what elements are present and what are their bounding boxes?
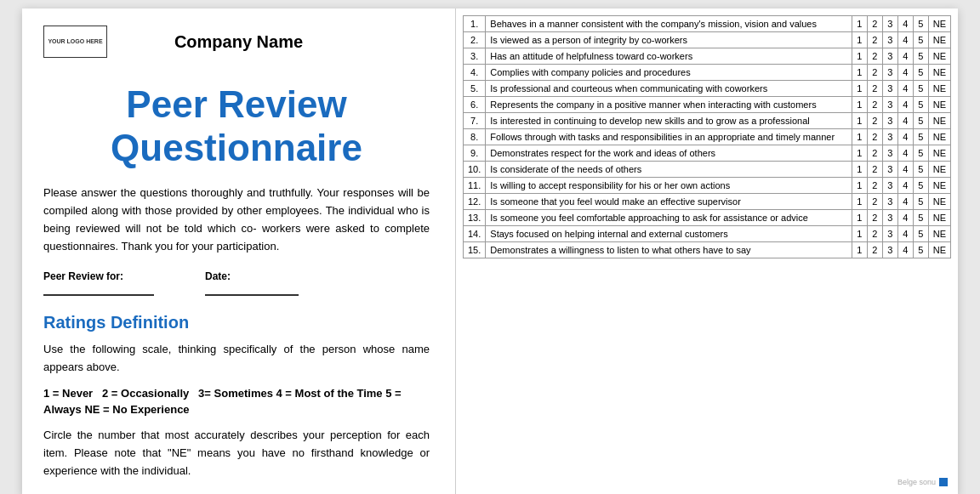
rating-option[interactable]: 5 (913, 129, 928, 145)
rating-option[interactable]: 3 (882, 65, 897, 81)
rating-option[interactable]: 5 (913, 48, 928, 65)
rating-option[interactable]: 2 (867, 81, 882, 97)
rating-option[interactable]: 3 (882, 242, 897, 258)
ne-option[interactable]: NE (928, 242, 950, 258)
rating-option[interactable]: 3 (882, 16, 897, 32)
rating-option[interactable]: 3 (882, 178, 897, 194)
rating-option[interactable]: 4 (897, 162, 913, 178)
rating-option[interactable]: 3 (882, 162, 897, 178)
rating-option[interactable]: 3 (882, 113, 897, 129)
rating-option[interactable]: 1 (852, 129, 867, 145)
rating-option[interactable]: 5 (913, 16, 928, 32)
ne-option[interactable]: NE (928, 210, 950, 226)
rating-option[interactable]: 2 (867, 129, 882, 145)
rating-option[interactable]: 1 (852, 145, 867, 162)
question-text: Is someone you feel comfortable approach… (486, 210, 852, 226)
rating-option[interactable]: 1 (852, 178, 867, 194)
rating-option[interactable]: 1 (852, 226, 867, 242)
main-title: Peer Review Questionnaire (43, 83, 430, 169)
rating-option[interactable]: 5 (913, 242, 928, 258)
rating-option[interactable]: 2 (867, 162, 882, 178)
ne-option[interactable]: NE (928, 32, 950, 48)
rating-option[interactable]: 5 (913, 81, 928, 97)
ne-option[interactable]: NE (928, 162, 950, 178)
rating-option[interactable]: 2 (867, 242, 882, 258)
ne-option[interactable]: NE (928, 65, 950, 81)
peer-review-field: Peer Review for: (43, 270, 154, 296)
date-input[interactable] (205, 284, 299, 296)
rating-option[interactable]: 2 (867, 32, 882, 48)
rating-option[interactable]: 4 (897, 48, 913, 65)
rating-option[interactable]: 2 (867, 145, 882, 162)
rating-option[interactable]: 2 (867, 113, 882, 129)
ne-option[interactable]: NE (928, 129, 950, 145)
rating-option[interactable]: 5 (913, 162, 928, 178)
rating-option[interactable]: 4 (897, 65, 913, 81)
peer-review-input[interactable] (43, 284, 154, 296)
rating-option[interactable]: 2 (867, 16, 882, 32)
rating-option[interactable]: 5 (913, 194, 928, 210)
rating-option[interactable]: 4 (897, 145, 913, 162)
rating-option[interactable]: 5 (913, 145, 928, 162)
ne-option[interactable]: NE (928, 16, 950, 32)
rating-option[interactable]: 1 (852, 162, 867, 178)
rating-option[interactable]: 1 (852, 194, 867, 210)
ne-option[interactable]: NE (928, 97, 950, 113)
rating-option[interactable]: 4 (897, 194, 913, 210)
ne-option[interactable]: NE (928, 145, 950, 162)
rating-option[interactable]: 2 (867, 48, 882, 65)
rating-option[interactable]: 4 (897, 113, 913, 129)
ne-option[interactable]: NE (928, 81, 950, 97)
rating-option[interactable]: 5 (913, 226, 928, 242)
table-row: 7.Is interested in continuing to develop… (464, 113, 951, 129)
rating-option[interactable]: 4 (897, 129, 913, 145)
table-row: 13.Is someone you feel comfortable appro… (464, 210, 951, 226)
ne-option[interactable]: NE (928, 48, 950, 65)
rating-option[interactable]: 1 (852, 81, 867, 97)
rating-option[interactable]: 1 (852, 113, 867, 129)
rating-option[interactable]: 2 (867, 178, 882, 194)
rating-option[interactable]: 3 (882, 32, 897, 48)
rating-option[interactable]: 2 (867, 97, 882, 113)
rating-option[interactable]: 2 (867, 65, 882, 81)
rating-option[interactable]: 3 (882, 210, 897, 226)
rating-option[interactable]: 3 (882, 226, 897, 242)
rating-option[interactable]: 1 (852, 48, 867, 65)
rating-option[interactable]: 3 (882, 194, 897, 210)
rating-option[interactable]: 1 (852, 32, 867, 48)
rating-option[interactable]: 2 (867, 226, 882, 242)
rating-option[interactable]: 4 (897, 32, 913, 48)
rating-option[interactable]: 4 (897, 16, 913, 32)
rating-option[interactable]: 3 (882, 81, 897, 97)
rating-option[interactable]: 1 (852, 97, 867, 113)
rating-option[interactable]: 4 (897, 178, 913, 194)
rating-option[interactable]: 4 (897, 210, 913, 226)
rating-option[interactable]: 1 (852, 65, 867, 81)
rating-option[interactable]: 2 (867, 210, 882, 226)
rating-option[interactable]: 5 (913, 65, 928, 81)
rating-option[interactable]: 5 (913, 178, 928, 194)
question-number: 12. (464, 194, 486, 210)
question-text: Behaves in a manner consistent with the … (486, 16, 852, 32)
rating-option[interactable]: 5 (913, 113, 928, 129)
table-row: 15.Demonstrates a willingness to listen … (464, 242, 951, 258)
rating-option[interactable]: 4 (897, 226, 913, 242)
rating-option[interactable]: 1 (852, 242, 867, 258)
rating-option[interactable]: 2 (867, 194, 882, 210)
rating-option[interactable]: 3 (882, 48, 897, 65)
rating-option[interactable]: 5 (913, 210, 928, 226)
rating-option[interactable]: 5 (913, 97, 928, 113)
ne-option[interactable]: NE (928, 113, 950, 129)
rating-option[interactable]: 1 (852, 16, 867, 32)
rating-option[interactable]: 3 (882, 97, 897, 113)
rating-option[interactable]: 5 (913, 32, 928, 48)
rating-option[interactable]: 4 (897, 242, 913, 258)
rating-option[interactable]: 4 (897, 97, 913, 113)
ne-option[interactable]: NE (928, 226, 950, 242)
rating-option[interactable]: 1 (852, 210, 867, 226)
rating-option[interactable]: 4 (897, 81, 913, 97)
rating-option[interactable]: 3 (882, 129, 897, 145)
ne-option[interactable]: NE (928, 178, 950, 194)
ne-option[interactable]: NE (928, 194, 950, 210)
rating-option[interactable]: 3 (882, 145, 897, 162)
